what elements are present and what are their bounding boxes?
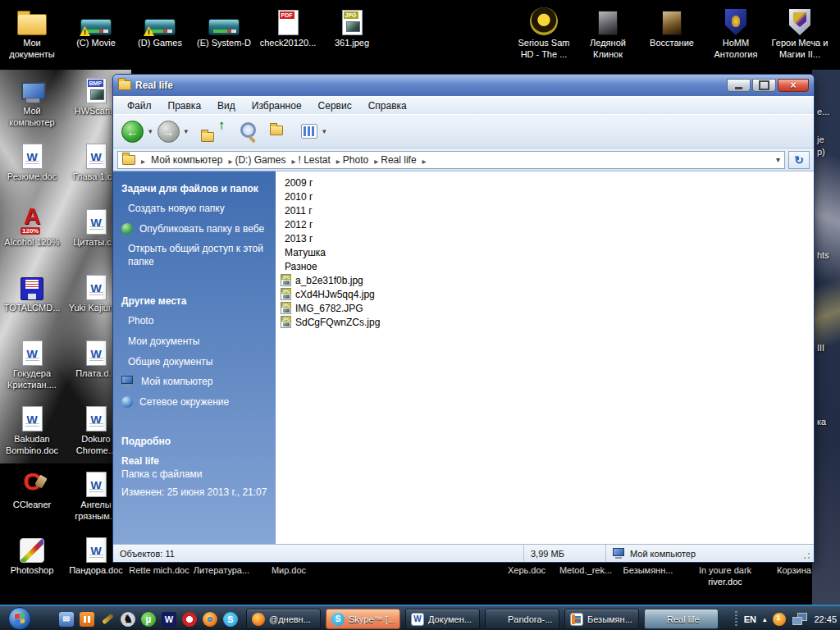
- menu-item[interactable]: Вид: [210, 98, 243, 113]
- back-dropdown-icon[interactable]: ▾: [148, 127, 153, 135]
- desktop-icon[interactable]: HoMM Антология: [704, 4, 768, 61]
- place-link[interactable]: Мой компьютер: [121, 376, 267, 389]
- place-link[interactable]: Мои документы: [121, 336, 267, 349]
- desktop-icon[interactable]: (C) Movie: [64, 4, 128, 61]
- quick-launch-icon[interactable]: [203, 612, 217, 627]
- desktop-icon-label[interactable]: Безымянн...: [610, 564, 686, 576]
- quick-launch-icon[interactable]: [121, 612, 135, 627]
- quick-launch: [59, 606, 238, 630]
- search-icon[interactable]: [237, 121, 258, 142]
- desktop-icon-label[interactable]: Литература...: [184, 564, 259, 576]
- up-folder-button[interactable]: [199, 121, 224, 142]
- desktop-icon-label[interactable]: Корзина: [756, 564, 832, 576]
- quick-launch-icon[interactable]: [223, 612, 238, 627]
- desktop-icon-label[interactable]: Мир.doc: [251, 564, 326, 576]
- breadcrumb-segment[interactable]: Real life: [381, 153, 428, 167]
- breadcrumb-segment[interactable]: ! Lestat: [298, 153, 342, 167]
- taskbar-button[interactable]: Докумен...: [405, 609, 480, 629]
- desktop-icon[interactable]: Ледяной Клинок: [576, 4, 640, 61]
- taskbar-button[interactable]: Skype™ [...: [326, 609, 400, 629]
- address-dropdown-icon[interactable]: ▾: [776, 155, 780, 164]
- file-row[interactable]: Матушка: [279, 245, 814, 259]
- place-link[interactable]: Общие документы: [121, 356, 267, 369]
- menu-item[interactable]: Справка: [361, 98, 414, 113]
- quick-launch-icon[interactable]: [100, 612, 115, 627]
- desktop-icon[interactable]: TOTALCMD...: [0, 269, 64, 335]
- task-link[interactable]: Создать новую папку: [121, 203, 267, 216]
- desktop-icon[interactable]: Alcohol 120%: [0, 203, 64, 269]
- file-row[interactable]: 2012 г: [279, 217, 814, 231]
- file-row[interactable]: cXd4HJw5qq4.jpg: [279, 287, 814, 301]
- task-link[interactable]: Опубликовать папку в вебе: [121, 223, 267, 236]
- resize-grip[interactable]: [802, 545, 814, 562]
- desktop-icon[interactable]: Serious Sam HD - The ...: [512, 4, 576, 61]
- breadcrumb: Мой компьютер (D:) Games ! Lestat: [151, 153, 429, 167]
- file-icon: [281, 316, 291, 328]
- forward-button[interactable]: →: [158, 121, 180, 143]
- menu-item[interactable]: Избранное: [244, 98, 309, 113]
- views-dropdown-icon[interactable]: ▾: [322, 127, 326, 135]
- desktop-icon[interactable]: CCleaner: [0, 466, 64, 532]
- desktop-icon[interactable]: Герои Меча и Магии II...: [768, 4, 832, 61]
- taskbar-button[interactable]: Pandora-...: [485, 609, 559, 629]
- file-row[interactable]: 2013 г: [279, 231, 814, 245]
- titlebar[interactable]: Real life ×: [113, 75, 814, 96]
- desktop-icon-label[interactable]: In youre dark river.doc: [682, 564, 768, 588]
- file-row[interactable]: IMG_6782.JPG: [279, 301, 814, 315]
- file-row[interactable]: 2009 г: [279, 176, 814, 189]
- taskbar-button[interactable]: Real life: [644, 609, 719, 629]
- menu-item[interactable]: Файл: [120, 98, 159, 113]
- address-field[interactable]: Мой компьютер (D:) Games ! Lestat: [117, 151, 785, 169]
- desktop-icon-label-fragment: III: [817, 343, 824, 353]
- desktop-icon[interactable]: Восстание: [640, 4, 704, 61]
- menu-item[interactable]: Сервис: [311, 98, 359, 113]
- minimize-button[interactable]: [727, 79, 751, 92]
- desktop-icon[interactable]: Мои документы: [0, 4, 64, 61]
- breadcrumb-segment[interactable]: (D:) Games: [235, 153, 298, 167]
- other-places: Photo Мои документы Общие документы: [121, 315, 267, 409]
- network-tray-icon[interactable]: [792, 613, 807, 625]
- desktop-icon[interactable]: Резюме.doc: [0, 138, 64, 203]
- file-row[interactable]: a_b2e31f0b.jpg: [279, 273, 814, 287]
- desktop-icon[interactable]: check20120...: [256, 4, 320, 61]
- quick-launch-icon[interactable]: [80, 612, 94, 627]
- desktop-icon[interactable]: 361.jpeg: [320, 4, 384, 61]
- breadcrumb-segment[interactable]: Мой компьютер: [151, 153, 235, 167]
- file-row[interactable]: 2011 г: [279, 203, 814, 217]
- file-row[interactable]: Разное: [279, 259, 814, 273]
- messenger-tray-icon[interactable]: 1: [773, 613, 786, 626]
- taskbar-button[interactable]: @дневн...: [246, 609, 321, 629]
- tray-collapse-icon[interactable]: ▴: [763, 615, 767, 623]
- refresh-button[interactable]: ↻: [788, 151, 810, 169]
- close-button[interactable]: ×: [778, 79, 809, 92]
- taskbar-button[interactable]: Безымян...: [564, 609, 639, 629]
- place-link[interactable]: Сетевое окружение: [121, 396, 267, 409]
- breadcrumb-segment[interactable]: Photo: [343, 153, 381, 167]
- quick-launch-icon[interactable]: [59, 612, 74, 627]
- details-folder-kind: Папка с файлами: [121, 468, 267, 480]
- menu-item[interactable]: Правка: [161, 98, 209, 113]
- quick-launch-icon[interactable]: [141, 612, 156, 627]
- quick-launch-icon[interactable]: [182, 612, 197, 627]
- desktop-icon[interactable]: Мой компьютер: [0, 72, 64, 138]
- clock[interactable]: 22:45: [814, 614, 837, 624]
- back-button[interactable]: ←: [121, 121, 144, 143]
- desktop-icon[interactable]: Гокудера Кристиан....: [0, 335, 64, 400]
- language-indicator[interactable]: EN: [744, 614, 756, 624]
- forward-dropdown-icon[interactable]: ▾: [185, 127, 189, 135]
- quick-launch-icon[interactable]: [162, 612, 176, 627]
- desktop-icon[interactable]: (D) Games: [128, 4, 192, 61]
- taskbar-button-icon: [650, 613, 663, 626]
- start-button[interactable]: [8, 607, 31, 630]
- maximize-button[interactable]: [752, 79, 776, 92]
- task-link[interactable]: Открыть общий доступ к этой папке: [121, 243, 267, 268]
- file-row[interactable]: SdCgFQwnZCs.jpg: [279, 315, 814, 329]
- folders-button[interactable]: [270, 124, 283, 139]
- place-link[interactable]: Photo: [121, 315, 267, 328]
- desktop-icon[interactable]: Bakudan Bombino.doc: [0, 400, 64, 466]
- breadcrumb-separator-icon: [226, 153, 235, 167]
- desktop-icon[interactable]: Photoshop: [0, 532, 64, 597]
- desktop-icon[interactable]: (E) System-D: [192, 4, 256, 61]
- views-button[interactable]: [301, 124, 317, 139]
- file-row[interactable]: 2010 г: [279, 189, 814, 203]
